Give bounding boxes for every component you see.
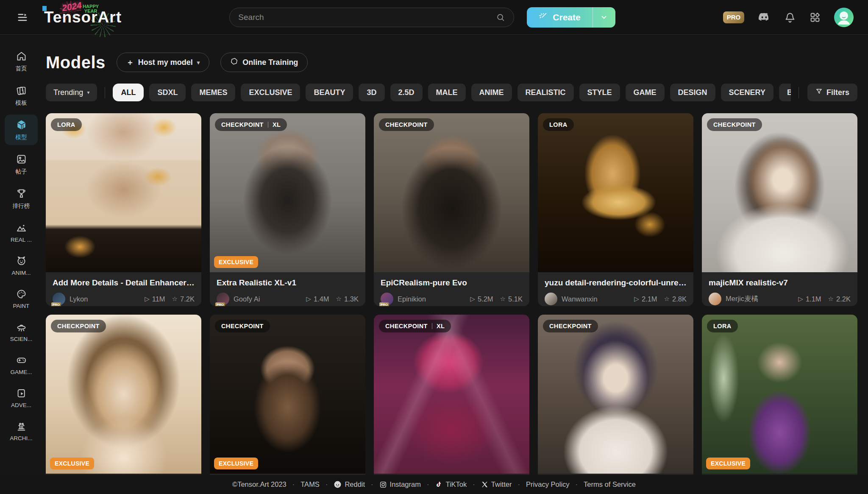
- footer-link-reddit[interactable]: Reddit: [334, 480, 365, 488]
- tab-sdxl[interactable]: SDXL: [149, 84, 186, 101]
- chevron-down-icon: ▾: [197, 59, 200, 66]
- tab-beauty[interactable]: BEAUTY: [306, 84, 353, 101]
- footer-separator: ·: [371, 480, 373, 488]
- model-card[interactable]: CHECKPOINT majicMIX realistic-v7 Merjic麦…: [702, 113, 857, 306]
- create-button[interactable]: Create: [527, 7, 592, 28]
- hexagon-icon: [230, 57, 238, 67]
- sidebar-nav: 首页 模板 模型 帖子 排行榜 REAL ... ANIM... PAINT S…: [0, 35, 42, 475]
- sidebar-item-leaderboard[interactable]: 排行榜: [5, 183, 38, 214]
- divider: [798, 87, 799, 98]
- author-name[interactable]: Goofy Ai: [234, 295, 303, 303]
- page-title-row: Models ＋ Host my model ▾ Online Training: [46, 53, 857, 72]
- template-icon: [16, 85, 27, 96]
- sidebar-item-anime[interactable]: ANIM...: [5, 251, 38, 280]
- sidebar-item-label: 模型: [16, 134, 27, 141]
- model-card[interactable]: LORA Add More Details - Detail Enhancer …: [46, 113, 201, 306]
- tensorart-logo[interactable]: 2024 HAPPY YEAR TensorArt: [44, 8, 122, 26]
- play-icon: ▷: [634, 295, 639, 303]
- sidebar-item-advertisement[interactable]: ADVE...: [5, 383, 38, 412]
- host-my-model-button[interactable]: ＋ Host my model ▾: [117, 53, 210, 72]
- model-card[interactable]: CHECKPOINT XL EXCLUSIVE Extra Realistic …: [210, 113, 365, 306]
- plus-icon: ＋: [126, 57, 134, 67]
- sidebar-item-architecture[interactable]: ARCHI...: [5, 416, 38, 445]
- sidebar-item-models[interactable]: 模型: [5, 114, 38, 145]
- sidebar-toggle-icon[interactable]: [13, 8, 32, 27]
- runs-stat: ▷1.1M: [798, 295, 821, 303]
- footer-link-privacy-policy[interactable]: Privacy Policy: [526, 480, 570, 488]
- sidebar-item-scifi[interactable]: SCIEN...: [5, 317, 38, 346]
- tab-realistic[interactable]: REALISTIC: [517, 84, 574, 101]
- model-card-info: EpiCRealism-pure Evo PRO Epinikion ▷5.2M…: [374, 272, 529, 306]
- tab-anime[interactable]: ANIME: [471, 84, 512, 101]
- ad-play-icon: [16, 388, 27, 399]
- tab-all[interactable]: ALL: [113, 84, 144, 101]
- model-card[interactable]: CHECKPOINT: [538, 315, 693, 475]
- sidebar-item-templates[interactable]: 模板: [5, 80, 38, 111]
- author-name[interactable]: Lykon: [70, 295, 141, 303]
- tab-scenery[interactable]: SCENERY: [721, 84, 773, 101]
- model-preview-image: CHECKPOINT XL EXCLUSIVE: [210, 113, 365, 272]
- model-card[interactable]: CHECKPOINT EXCLUSIVE: [210, 315, 365, 475]
- author-name[interactable]: Wanwanxin: [562, 295, 631, 303]
- tab-style[interactable]: STYLE: [579, 84, 620, 101]
- model-card[interactable]: LORA yuzu detail-rendering-colorful-unre…: [538, 113, 693, 306]
- tab-male[interactable]: MALE: [428, 84, 466, 101]
- instagram-icon: [379, 481, 387, 488]
- star-icon: ☆: [664, 295, 670, 303]
- search-bar[interactable]: [229, 8, 514, 27]
- model-type-badge: CHECKPOINT XL: [215, 118, 287, 131]
- tab-3d[interactable]: 3D: [359, 84, 384, 101]
- star-icon: ☆: [172, 295, 178, 303]
- star-icon: ☆: [500, 295, 506, 303]
- author-name[interactable]: Epinikion: [398, 295, 467, 303]
- stars-stat: ☆7.2K: [172, 295, 195, 303]
- sidebar-item-label: ARCHI...: [10, 435, 32, 441]
- pro-badge[interactable]: PRO: [723, 11, 744, 23]
- footer-link-tams[interactable]: TAMS: [300, 480, 320, 488]
- footer-link-tiktok[interactable]: TiKTok: [435, 480, 467, 488]
- author-avatar[interactable]: [709, 293, 721, 305]
- filters-button[interactable]: Filters: [807, 84, 857, 101]
- sort-dropdown[interactable]: Trending ▾: [46, 84, 97, 101]
- search-icon[interactable]: [496, 13, 505, 22]
- apps-grid-icon[interactable]: [809, 11, 821, 23]
- model-card[interactable]: CHECKPOINT EXCLUSIVE: [46, 315, 201, 475]
- tab-memes[interactable]: MEMES: [191, 84, 235, 101]
- online-training-button[interactable]: Online Training: [220, 53, 308, 72]
- ufo-icon: [16, 321, 27, 333]
- sidebar-item-posts[interactable]: 帖子: [5, 149, 38, 179]
- model-card[interactable]: CHECKPOINT XL: [374, 315, 529, 475]
- create-label: Create: [553, 12, 580, 22]
- footer-separator: ·: [427, 480, 429, 488]
- author-name[interactable]: Merjic麦橘: [726, 294, 795, 304]
- tab-buildings[interactable]: BUILDINGS: [779, 84, 791, 101]
- tab-exclusive[interactable]: EXCLUSIVE: [241, 84, 300, 101]
- stars-stat: ☆1.3K: [336, 295, 359, 303]
- sidebar-item-home[interactable]: 首页: [5, 46, 38, 76]
- runs-stat: ▷11M: [145, 295, 165, 303]
- notification-bell-icon[interactable]: [784, 11, 796, 23]
- tab-design[interactable]: DESIGN: [670, 84, 715, 101]
- tab-game[interactable]: GAME: [626, 84, 665, 101]
- sidebar-item-paint[interactable]: PAINT: [5, 284, 38, 313]
- create-dropdown-chevron-icon[interactable]: [593, 7, 615, 28]
- tab-2-5d[interactable]: 2.5D: [390, 84, 423, 101]
- author-avatar[interactable]: PRO: [53, 293, 65, 305]
- model-card[interactable]: LORA EXCLUSIVE: [702, 315, 857, 475]
- model-card[interactable]: CHECKPOINT EpiCRealism-pure Evo PRO Epin…: [374, 113, 529, 306]
- sidebar-item-realistic[interactable]: REAL ...: [5, 218, 38, 247]
- footer-link-twitter[interactable]: Twitter: [481, 480, 512, 488]
- footer-link-instagram[interactable]: Instagram: [379, 480, 421, 488]
- footer-link-terms-of-service[interactable]: Terms of Service: [584, 480, 636, 488]
- model-type-badge: CHECKPOINT: [215, 320, 270, 332]
- page-title: Models: [46, 53, 106, 72]
- user-avatar[interactable]: [834, 8, 854, 27]
- author-avatar[interactable]: [545, 293, 557, 305]
- author-pro-badge: PRO: [51, 302, 61, 306]
- author-avatar[interactable]: PRO: [217, 293, 229, 305]
- discord-icon[interactable]: [757, 11, 771, 24]
- search-input[interactable]: [238, 13, 496, 22]
- author-avatar[interactable]: PRO: [381, 293, 393, 305]
- model-type-badge: LORA: [707, 320, 738, 332]
- sidebar-item-game[interactable]: GAME...: [5, 350, 38, 379]
